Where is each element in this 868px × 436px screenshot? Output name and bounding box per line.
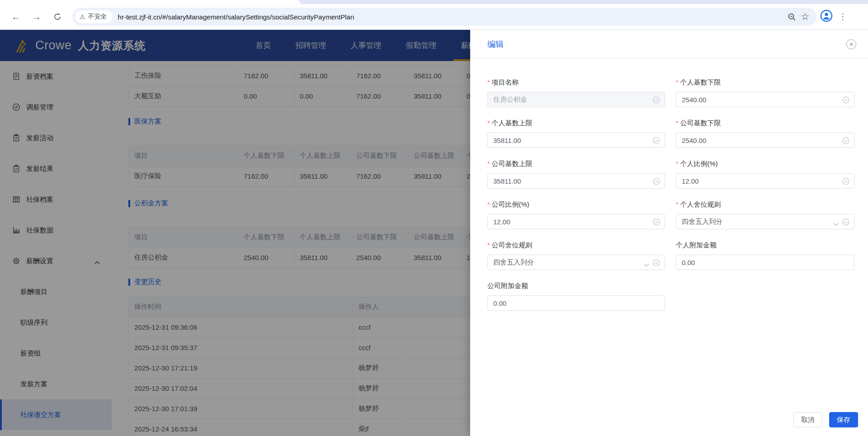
form-field-personal-base-min: *个人基数下限 xyxy=(676,77,854,107)
personal-base-max-input[interactable] xyxy=(487,133,665,148)
field-label: 个人附加金额 xyxy=(676,240,854,250)
check-circle-icon xyxy=(842,218,849,227)
required-mark: * xyxy=(487,242,490,249)
field-label-text: 公司比例(%) xyxy=(491,200,529,208)
field-value[interactable] xyxy=(676,214,854,229)
field-value[interactable] xyxy=(488,174,665,188)
company-rate-input[interactable] xyxy=(487,214,665,229)
company-base-max-input[interactable] xyxy=(487,173,665,189)
check-circle-icon xyxy=(653,259,660,268)
field-label-text: 公司附加金额 xyxy=(487,282,528,289)
field-label-text: 个人舍位规则 xyxy=(680,200,721,208)
bookmark-star-icon[interactable]: ☆ xyxy=(798,10,812,24)
field-value[interactable] xyxy=(488,296,665,310)
check-circle-icon xyxy=(653,178,660,187)
browser-tabstrip xyxy=(0,0,868,4)
form-field-personal-rate: *个人比例(%) xyxy=(676,159,854,189)
warning-icon: ⚠ xyxy=(80,13,85,20)
field-label-text: 个人基数下限 xyxy=(680,78,721,86)
form-field-personal-rounding: *个人舍位规则 xyxy=(676,199,854,229)
close-icon[interactable]: × xyxy=(846,39,856,49)
project-name-input[interactable] xyxy=(487,92,665,107)
field-value[interactable] xyxy=(676,133,854,147)
form-field-company-base-min: *公司基数下限 xyxy=(676,118,854,148)
field-label-text: 公司舍位规则 xyxy=(491,241,532,249)
reload-icon[interactable] xyxy=(50,9,65,24)
field-label-text: 项目名称 xyxy=(491,78,519,86)
personal-rounding-select[interactable] xyxy=(676,214,854,229)
check-circle-icon xyxy=(842,96,849,105)
field-value[interactable] xyxy=(676,174,854,188)
security-badge[interactable]: ⚠ 不安全 xyxy=(75,10,113,23)
url-text[interactable]: hr-test.zjf-it.cn/#/salaryManagement/sal… xyxy=(118,13,785,21)
field-label-text: 公司基数上限 xyxy=(491,160,532,167)
check-circle-icon xyxy=(842,137,849,146)
check-circle-icon xyxy=(842,178,849,187)
form-field-company-extra: 公司附加金额 xyxy=(487,281,665,311)
forward-icon[interactable]: → xyxy=(29,9,44,24)
field-label-text: 个人附加金额 xyxy=(676,241,717,249)
chevron-down-icon[interactable] xyxy=(644,261,649,269)
required-mark: * xyxy=(676,201,678,208)
form-field-company-rounding: *公司舍位规则 xyxy=(487,240,665,270)
form-field-project-name: *项目名称 xyxy=(487,77,665,107)
required-mark: * xyxy=(676,119,678,127)
drawer-header: 编辑 × xyxy=(470,30,868,59)
company-extra-input[interactable] xyxy=(487,295,665,311)
edit-drawer: 编辑 × *项目名称*个人基数下限*个人基数上限*公司基数下限*公司基数上限*个… xyxy=(470,30,868,436)
company-rounding-select[interactable] xyxy=(487,255,665,270)
form-field-company-base-max: *公司基数上限 xyxy=(487,159,665,189)
profile-avatar-icon[interactable] xyxy=(820,9,833,24)
browser-toolbar: ← → ⚠ 不安全 hr-test.zjf-it.cn/#/salaryMana… xyxy=(0,4,868,29)
zoom-out-icon[interactable] xyxy=(785,10,798,24)
check-circle-icon xyxy=(653,137,660,146)
field-label: 公司附加金额 xyxy=(487,281,665,290)
field-label: *公司基数上限 xyxy=(487,159,665,168)
app-page: Crowe 人力资源系统 首页招聘管理人事管理假勤管理薪酬福利 薪资档案调薪管理… xyxy=(0,30,868,436)
edit-form: *项目名称*个人基数下限*个人基数上限*公司基数下限*公司基数上限*个人比例(%… xyxy=(487,77,854,322)
required-mark: * xyxy=(487,160,490,167)
required-mark: * xyxy=(487,201,490,208)
save-button[interactable]: 保存 xyxy=(829,412,858,427)
required-mark: * xyxy=(487,79,490,86)
check-circle-icon xyxy=(653,96,660,105)
drawer-footer: 取消 保存 xyxy=(470,410,868,436)
field-value xyxy=(488,92,665,107)
field-value[interactable] xyxy=(488,214,665,229)
field-value[interactable] xyxy=(488,133,665,147)
personal-base-min-input[interactable] xyxy=(676,92,854,107)
form-field-company-rate: *公司比例(%) xyxy=(487,199,665,229)
browser-active-tab[interactable] xyxy=(0,0,301,4)
field-label: *个人舍位规则 xyxy=(676,199,854,209)
back-icon[interactable]: ← xyxy=(8,9,24,24)
field-label-text: 个人基数上限 xyxy=(491,119,532,127)
drawer-body: *项目名称*个人基数下限*个人基数上限*公司基数下限*公司基数上限*个人比例(%… xyxy=(470,59,868,410)
form-field-personal-extra: 个人附加金额 xyxy=(676,240,854,270)
field-value[interactable] xyxy=(676,255,854,270)
field-label: *个人基数上限 xyxy=(487,118,665,128)
field-label: *公司比例(%) xyxy=(487,199,665,209)
company-base-min-input[interactable] xyxy=(676,133,854,148)
chevron-down-icon[interactable] xyxy=(833,220,839,228)
required-mark: * xyxy=(676,160,678,167)
browser-menu-icon[interactable]: ⋮ xyxy=(837,12,848,22)
chrome-right-controls: ⋮ xyxy=(820,9,848,24)
form-field-personal-base-max: *个人基数上限 xyxy=(487,118,665,148)
field-label: *公司基数下限 xyxy=(676,118,854,128)
check-circle-icon xyxy=(653,218,660,227)
personal-rate-input[interactable] xyxy=(676,173,854,189)
browser-chrome: ← → ⚠ 不安全 hr-test.zjf-it.cn/#/salaryMana… xyxy=(0,0,868,30)
field-label: *项目名称 xyxy=(487,77,665,87)
field-label: *个人比例(%) xyxy=(676,159,854,168)
field-value[interactable] xyxy=(488,255,665,270)
field-label: *个人基数下限 xyxy=(676,77,854,87)
field-value[interactable] xyxy=(676,92,854,107)
required-mark: * xyxy=(676,79,678,86)
field-label-text: 公司基数下限 xyxy=(680,119,721,127)
required-mark: * xyxy=(487,119,490,127)
address-bar[interactable]: ⚠ 不安全 hr-test.zjf-it.cn/#/salaryManageme… xyxy=(72,8,816,26)
cancel-button[interactable]: 取消 xyxy=(793,412,822,427)
drawer-title: 编辑 xyxy=(487,39,504,50)
field-label: *公司舍位规则 xyxy=(487,240,665,250)
personal-extra-input[interactable] xyxy=(676,255,854,270)
